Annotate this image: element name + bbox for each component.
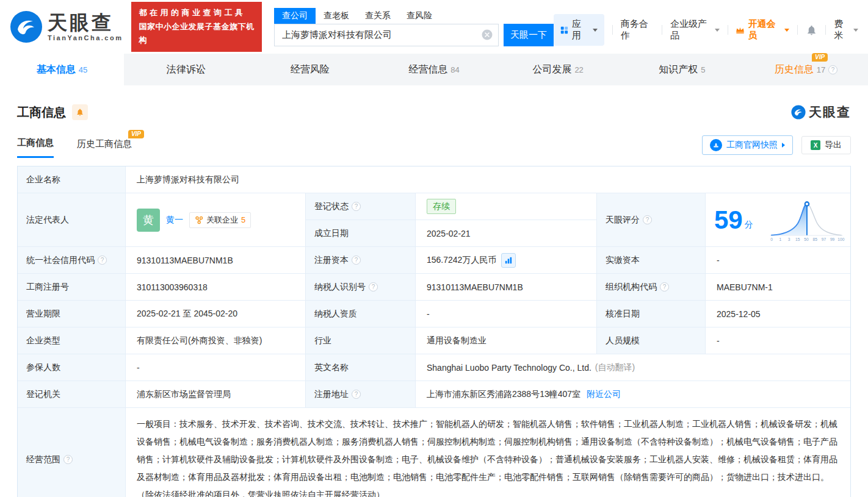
label-text: 纳税人识别号 [314,282,366,293]
tab-history-info[interactable]: VIP 历史信息 17 ? [744,54,868,85]
svg-text:97: 97 [822,237,826,241]
brand-name: 天眼查 [48,13,123,32]
subtab-history-registration[interactable]: 历史工商信息 VIP [77,138,132,157]
paid-capital-label: 实缴资本 [597,247,706,273]
watermark-logo-icon [791,105,806,120]
divider [662,25,662,35]
table-row: 企业类型 有限责任公司(外商投资、非独资) 行业 通用设备制造业 人员规模 - [18,327,850,354]
export-button[interactable]: X 导出 [801,136,851,154]
open-vip-link[interactable]: 开通会员 [736,18,789,41]
tab-label: 法律诉讼 [167,63,206,76]
table-subrow: 成立日期 2025-02-21 [306,220,597,246]
subtab-business-registration[interactable]: 工商信息 [17,137,54,158]
company-type-value: 有限责任公司(外商投资、非独资) [126,327,306,354]
search-category-tabs: 查公司 查老板 查关系 查风险 [274,8,554,24]
reg-capital-value: 156.7242万人民币 [416,247,597,273]
notifications-bell-icon[interactable] [806,24,817,36]
tab-basic-info[interactable]: 基本信息 45 [0,54,124,85]
help-icon[interactable]: ? [352,256,361,265]
uscc-label: 统一社会信用代码 ? [18,247,126,273]
staff-size-value: - [706,327,850,354]
help-icon[interactable]: ? [352,202,361,211]
score-distribution-chart: 0 1 3 15 50 85 97 99 100 [767,198,845,242]
search-block: 查公司 查老板 查关系 查风险 天眼一下 [274,8,554,46]
related-companies-badge[interactable]: 关联企业 5 [189,212,251,228]
reg-capital-label: 注册资本 ? [306,247,416,273]
score-number: 59 [714,207,743,233]
authority-label: 登记机关 [18,381,126,407]
top-right-nav: 应用 商务合作 企业级产品 开通会员 费米 [554,14,858,46]
address-value: 上海市浦东新区秀浦路2388号13幢407室 附近公司 [416,381,850,407]
subtab-label: 历史工商信息 [77,138,132,149]
label-text: 经营范围 [26,454,60,465]
help-icon[interactable]: ? [98,256,107,265]
crown-icon [736,26,745,35]
tab-count: 22 [574,65,583,74]
chevron-down-icon [715,29,720,32]
tab-count: 17 [817,65,825,74]
search-tab-boss[interactable]: 查老板 [316,8,357,24]
search-button[interactable]: 天眼一下 [504,24,554,46]
address-label: 注册地址 ? [306,381,416,407]
help-icon[interactable]: ? [63,455,73,464]
business-term-value: 2025-02-21 至 2045-02-20 [126,301,306,327]
label-text: 登记状态 [314,201,349,212]
tab-count: 84 [450,65,459,74]
clear-search-icon[interactable] [482,29,493,40]
nearby-companies-link[interactable]: 附近公司 [587,389,621,400]
auto-translate-note: (自动翻译) [595,362,635,373]
capital-chart-icon[interactable] [501,253,516,268]
tab-operational-risk[interactable]: 经营风险 [248,54,372,85]
apps-menu[interactable]: 应用 [554,14,604,46]
legal-rep-avatar: 黄 [137,209,160,232]
tianyancha-logo[interactable]: 天眼查 TianYanCha.com [10,10,123,43]
chevron-down-icon [853,29,858,32]
official-snapshot-button[interactable]: 工商官网快照 [702,135,793,155]
search-input[interactable] [274,24,499,46]
help-icon[interactable]: ? [352,390,361,399]
business-term-label: 营业期限 [18,301,126,327]
svg-text:100: 100 [837,237,844,241]
business-info-table: 企业名称 上海萝博派对科技有限公司 法定代表人 黄 黄一 关联企业 5 [17,166,851,497]
help-icon[interactable]: ? [828,65,837,74]
reg-no-label: 工商注册号 [18,274,126,300]
tab-legal-proceedings[interactable]: 法律诉讼 [124,54,248,85]
divider [825,25,826,35]
divider [797,25,798,35]
tab-label: 公司发展 [532,63,571,76]
table-row: 企业名称 上海萝博派对科技有限公司 [18,166,850,193]
svg-text:15: 15 [795,237,800,241]
search-tab-risk[interactable]: 查风险 [399,8,440,24]
paid-capital-value: - [706,247,850,273]
help-icon[interactable]: ? [660,282,669,291]
org-code-value: MAEBU7NM-1 [706,274,850,300]
nav-enterprise-products[interactable]: 企业级产品 [670,18,720,41]
svg-text:99: 99 [830,237,835,241]
company-name-value: 上海萝博派对科技有限公司 [126,166,850,193]
svg-text:0: 0 [770,237,773,241]
status-badge: 存续 [427,199,456,214]
tab-company-development[interactable]: 公司发展 22 [496,54,620,85]
reg-status-label: 登记状态 ? [306,193,416,220]
help-icon[interactable]: ? [369,282,378,291]
legal-rep-value: 黄 黄一 关联企业 5 [126,193,306,246]
subscribe-bell-icon[interactable] [72,104,88,120]
apps-label: 应用 [572,18,588,41]
user-menu[interactable]: 费米 [834,18,858,41]
taxpayer-id-label: 纳税人识别号 ? [306,274,416,300]
help-icon[interactable]: ? [643,215,652,224]
label-text: 注册资本 [314,255,349,266]
tab-label: 基本信息 [37,63,76,76]
search-tab-company[interactable]: 查公司 [274,8,316,24]
search-tab-relation[interactable]: 查关系 [357,8,399,24]
legal-rep-link[interactable]: 黄一 [166,215,183,226]
tab-count: 5 [701,65,705,74]
nav-business-cooperation[interactable]: 商务合作 [621,18,654,41]
label-text: 组织机构代码 [606,282,657,293]
vip-label: 开通会员 [748,18,780,41]
en-name-value: Shanghai Luobo Party Technology Co., Ltd… [416,354,850,381]
tab-intellectual-property[interactable]: 知识产权 5 [620,54,744,85]
network-icon [195,216,203,224]
tab-business-info[interactable]: 经营信息 84 [372,54,496,85]
score-unit: 分 [745,220,753,231]
